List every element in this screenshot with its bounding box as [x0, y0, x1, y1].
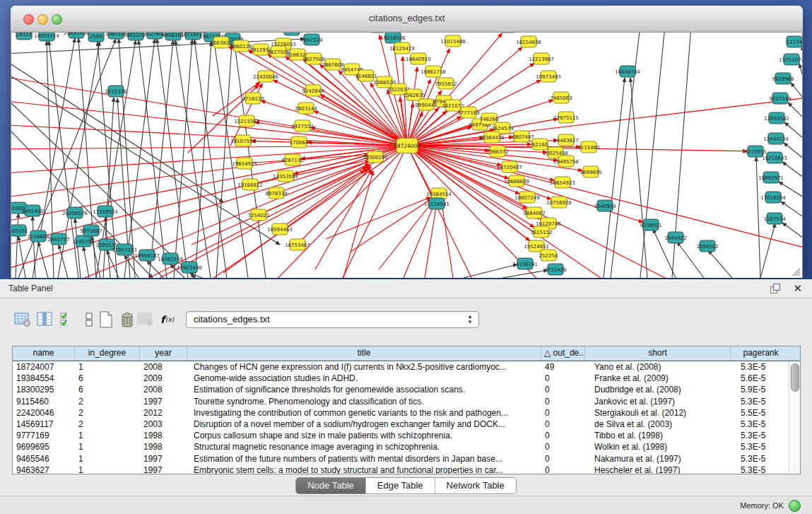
- graph-node[interactable]: 1615152: [530, 226, 552, 238]
- graph-node[interactable]: 16154838: [516, 36, 541, 47]
- graph-node[interactable]: 9329966: [772, 73, 794, 84]
- column-header-in_degree[interactable]: in_degree: [75, 346, 140, 361]
- graph-node[interactable]: 2942757: [47, 233, 69, 245]
- tab-network-table[interactable]: Network Table: [435, 478, 516, 493]
- graph-node[interactable]: 15751074: [779, 54, 803, 65]
- show-columns-icon[interactable]: [35, 310, 55, 329]
- table-settings-icon[interactable]: [13, 310, 33, 329]
- graph-node[interactable]: 9975887: [80, 225, 102, 236]
- network-canvas-container[interactable]: 1841214055714206914062569106532810653287…: [11, 33, 803, 278]
- scrollbar-thumb[interactable]: [791, 363, 799, 392]
- tab-node-table[interactable]: Node Table: [296, 478, 366, 493]
- graph-node[interactable]: 1891450: [21, 205, 43, 216]
- vertical-scrollbar[interactable]: [789, 361, 800, 474]
- table-selector-dropdown[interactable]: citations_edges.txt ▲▼: [186, 311, 479, 328]
- graph-node[interactable]: 14463627: [553, 134, 579, 146]
- table-row[interactable]: 2242004622012Investigating the contribut…: [13, 407, 800, 419]
- graph-node[interactable]: 12125419: [389, 42, 415, 54]
- graph-node[interactable]: 2718120: [242, 93, 264, 104]
- graph-node[interactable]: 14055714: [34, 33, 59, 41]
- table-row[interactable]: 977716911998Corpus callosum shape and si…: [13, 430, 800, 441]
- table-row[interactable]: 1938455462009Genome-wide association stu…: [13, 373, 800, 384]
- graph-node[interactable]: 7986372: [486, 146, 508, 157]
- table-row[interactable]: 969969511998Structural magnetic resonanc…: [13, 441, 800, 452]
- graph-node[interactable]: 1640954: [594, 200, 616, 211]
- graph-node[interactable]: 9115460: [577, 141, 599, 153]
- graph-node[interactable]: 170064: [290, 136, 309, 148]
- graph-node[interactable]: 1156868: [27, 230, 49, 242]
- graph-node[interactable]: 20206576: [62, 207, 88, 218]
- graph-node[interactable]: 16053809: [279, 33, 305, 35]
- graph-node[interactable]: 18724007: [394, 139, 420, 153]
- network-canvas[interactable]: 1841214055714206914062569106532810653287…: [11, 33, 803, 278]
- graph-node[interactable]: 62160: [532, 139, 548, 150]
- graph-node[interactable]: 1733426: [544, 264, 567, 275]
- graph-node[interactable]: 10807487: [509, 131, 534, 142]
- column-header-pagerank[interactable]: pagerank: [731, 346, 791, 361]
- window-titlebar[interactable]: citations_edges.txt: [11, 6, 803, 33]
- graph-node[interactable]: 19166822: [237, 179, 263, 190]
- delete-table-icon[interactable]: [117, 310, 137, 329]
- combobox-stepper-icon[interactable]: ▲▼: [467, 314, 473, 325]
- close-panel-icon[interactable]: ✕: [793, 282, 802, 295]
- table-row[interactable]: 1830029562008Estimation of significance …: [13, 384, 800, 395]
- graph-node[interactable]: 9338921: [640, 219, 661, 230]
- graph-node[interactable]: 7254021: [247, 209, 269, 221]
- graph-node[interactable]: 10688609: [504, 175, 529, 187]
- resize-grip-icon[interactable]: [791, 267, 801, 276]
- graph-node[interactable]: 2015336: [105, 86, 127, 97]
- graph-node[interactable]: 12093582: [764, 112, 789, 124]
- graph-node[interactable]: 16594463: [267, 223, 293, 235]
- function-builder-icon[interactable]: f(x): [158, 310, 178, 329]
- column-header-year[interactable]: year: [140, 346, 187, 361]
- table-row[interactable]: 911546021997Tourette syndrome. Phenomeno…: [13, 396, 800, 407]
- table-row[interactable]: 1456911722003Disruption of a novel membe…: [13, 419, 800, 430]
- graph-node[interactable]: 12444134: [763, 133, 789, 144]
- graph-node[interactable]: 12923446: [177, 262, 202, 273]
- node-table[interactable]: namein_degreeyeartitle△ out_de...shortpa…: [12, 346, 801, 474]
- graph-node[interactable]: 19958187: [134, 250, 160, 261]
- memory-ok-indicator-icon[interactable]: [789, 500, 801, 512]
- column-header-short[interactable]: short: [585, 346, 731, 361]
- graph-node[interactable]: 17359924: [93, 206, 118, 217]
- graph-node[interactable]: 18412: [16, 33, 32, 40]
- column-header-title[interactable]: title: [187, 346, 541, 361]
- graph-node[interactable]: 252254: [539, 250, 558, 261]
- graph-node[interactable]: 14136141: [512, 258, 538, 269]
- table-row[interactable]: 1872400712008Changes of HCN gene express…: [13, 361, 800, 373]
- column-header-name[interactable]: name: [13, 346, 75, 361]
- float-window-icon[interactable]: [770, 284, 781, 294]
- graph-node[interactable]: 16648784: [615, 66, 640, 77]
- graph-node[interactable]: 7663822: [210, 37, 232, 48]
- column-header-out_de[interactable]: △ out_de...: [541, 346, 585, 361]
- graph-node[interactable]: 18892971: [758, 172, 784, 183]
- graph-node[interactable]: 585051: [11, 225, 28, 236]
- graph-node[interactable]: 7857224: [300, 34, 323, 45]
- graph-node[interactable]: 2569: [88, 33, 104, 42]
- graph-node[interactable]: 16961758: [420, 66, 446, 77]
- new-table-icon[interactable]: [96, 310, 116, 329]
- graph-node[interactable]: 8267130: [281, 154, 303, 165]
- tab-edge-table[interactable]: Edge Table: [366, 478, 435, 493]
- select-columns-icon[interactable]: [58, 310, 78, 329]
- graph-node[interactable]: 9699695: [579, 166, 601, 177]
- delete-column-disabled-icon[interactable]: [136, 310, 155, 329]
- table-row[interactable]: 946554611997Estimation of the future num…: [13, 453, 800, 465]
- graph-node[interactable]: 11174: [787, 36, 803, 47]
- graph-node[interactable]: 7955812: [435, 78, 457, 89]
- graph-node[interactable]: 1094502: [696, 240, 718, 252]
- graph-node[interactable]: 18720407: [497, 161, 522, 173]
- graph-node[interactable]: 20691406: [64, 33, 89, 38]
- graph-node[interactable]: 9227349: [769, 93, 791, 104]
- graph-node[interactable]: 8878334: [265, 187, 288, 199]
- graph-node[interactable]: 1044422: [664, 232, 686, 243]
- graph-node[interactable]: 9860128: [230, 40, 252, 52]
- graph-node[interactable]: 19218506: [380, 33, 406, 43]
- graph-node[interactable]: 12975115: [553, 112, 579, 123]
- graph-node[interactable]: 2803144: [295, 103, 317, 114]
- graph-node[interactable]: 18640910: [406, 53, 431, 64]
- graph-node[interactable]: 19654923: [550, 177, 575, 188]
- table-row[interactable]: 946362711997Embryonic stem cells: a mode…: [13, 465, 800, 474]
- graph-node[interactable]: 7485063: [550, 92, 572, 103]
- graph-node[interactable]: 11015488: [440, 35, 466, 47]
